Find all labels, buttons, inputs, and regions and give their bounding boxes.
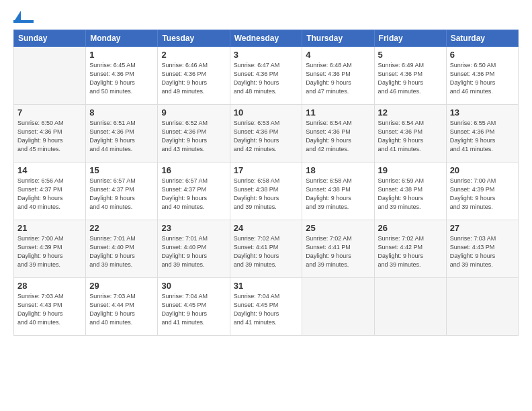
day-number: 3 xyxy=(234,50,299,60)
day-info: Sunrise: 6:55 AMSunset: 4:36 PMDaylight:… xyxy=(450,119,515,154)
day-info: Sunrise: 6:47 AMSunset: 4:36 PMDaylight:… xyxy=(234,61,299,96)
calendar-cell: 29Sunrise: 7:03 AMSunset: 4:44 PMDayligh… xyxy=(86,278,158,336)
calendar-table: SundayMondayTuesdayWednesdayThursdayFrid… xyxy=(13,30,519,336)
day-info: Sunrise: 6:50 AMSunset: 4:36 PMDaylight:… xyxy=(17,119,82,154)
day-number: 18 xyxy=(306,165,370,175)
day-number: 23 xyxy=(161,223,226,233)
day-info: Sunrise: 7:02 AMSunset: 4:41 PMDaylight:… xyxy=(306,234,370,269)
calendar-cell: 14Sunrise: 6:56 AMSunset: 4:37 PMDayligh… xyxy=(14,163,86,220)
day-info: Sunrise: 6:59 AMSunset: 4:38 PMDaylight:… xyxy=(378,177,443,212)
day-info: Sunrise: 6:46 AMSunset: 4:36 PMDaylight:… xyxy=(161,61,226,96)
weekday-header-sunday: Sunday xyxy=(14,30,86,47)
day-info: Sunrise: 7:00 AMSunset: 4:39 PMDaylight:… xyxy=(17,234,82,269)
day-info: Sunrise: 6:58 AMSunset: 4:38 PMDaylight:… xyxy=(234,177,299,212)
calendar-week-row: 7Sunrise: 6:50 AMSunset: 4:36 PMDaylight… xyxy=(14,105,519,163)
day-number: 30 xyxy=(161,281,226,291)
calendar-cell: 18Sunrise: 6:58 AMSunset: 4:38 PMDayligh… xyxy=(302,163,374,220)
day-number: 28 xyxy=(17,281,82,291)
logo-arrow-icon xyxy=(15,11,21,20)
day-info: Sunrise: 6:57 AMSunset: 4:37 PMDaylight:… xyxy=(89,177,154,212)
day-info: Sunrise: 6:51 AMSunset: 4:36 PMDaylight:… xyxy=(89,119,154,154)
calendar-cell: 8Sunrise: 6:51 AMSunset: 4:36 PMDaylight… xyxy=(86,105,158,163)
day-info: Sunrise: 7:02 AMSunset: 4:41 PMDaylight:… xyxy=(234,234,299,269)
calendar-cell: 10Sunrise: 6:53 AMSunset: 4:36 PMDayligh… xyxy=(230,105,302,163)
calendar-cell: 27Sunrise: 7:03 AMSunset: 4:43 PMDayligh… xyxy=(446,220,518,278)
calendar-cell: 12Sunrise: 6:54 AMSunset: 4:36 PMDayligh… xyxy=(374,105,446,163)
calendar-cell: 3Sunrise: 6:47 AMSunset: 4:36 PMDaylight… xyxy=(230,47,302,105)
day-number: 7 xyxy=(17,107,82,118)
calendar-cell: 23Sunrise: 7:01 AMSunset: 4:40 PMDayligh… xyxy=(158,220,230,278)
calendar-cell: 9Sunrise: 6:52 AMSunset: 4:36 PMDaylight… xyxy=(158,105,230,163)
day-info: Sunrise: 6:48 AMSunset: 4:36 PMDaylight:… xyxy=(306,61,370,96)
calendar-cell: 15Sunrise: 6:57 AMSunset: 4:37 PMDayligh… xyxy=(86,163,158,220)
day-number: 9 xyxy=(161,107,226,118)
day-number: 14 xyxy=(17,165,82,175)
calendar-cell xyxy=(374,278,446,336)
weekday-header-tuesday: Tuesday xyxy=(158,30,230,47)
day-info: Sunrise: 6:49 AMSunset: 4:36 PMDaylight:… xyxy=(378,61,443,96)
day-info: Sunrise: 6:53 AMSunset: 4:36 PMDaylight:… xyxy=(234,119,299,154)
calendar-week-row: 28Sunrise: 7:03 AMSunset: 4:43 PMDayligh… xyxy=(14,278,519,336)
day-number: 29 xyxy=(89,281,154,291)
calendar-cell: 25Sunrise: 7:02 AMSunset: 4:41 PMDayligh… xyxy=(302,220,374,278)
day-number: 25 xyxy=(306,223,370,233)
calendar-cell: 19Sunrise: 6:59 AMSunset: 4:38 PMDayligh… xyxy=(374,163,446,220)
header xyxy=(13,12,519,23)
day-info: Sunrise: 6:50 AMSunset: 4:36 PMDaylight:… xyxy=(450,61,515,96)
day-info: Sunrise: 7:01 AMSunset: 4:40 PMDaylight:… xyxy=(161,234,226,269)
day-info: Sunrise: 6:54 AMSunset: 4:36 PMDaylight:… xyxy=(306,119,370,154)
day-info: Sunrise: 7:03 AMSunset: 4:43 PMDaylight:… xyxy=(17,292,82,327)
day-number: 31 xyxy=(234,281,299,291)
day-number: 2 xyxy=(161,50,226,60)
day-number: 21 xyxy=(17,223,82,233)
day-info: Sunrise: 7:00 AMSunset: 4:39 PMDaylight:… xyxy=(450,177,515,212)
calendar-cell: 22Sunrise: 7:01 AMSunset: 4:40 PMDayligh… xyxy=(86,220,158,278)
calendar-cell: 5Sunrise: 6:49 AMSunset: 4:36 PMDaylight… xyxy=(374,47,446,105)
day-number: 1 xyxy=(89,50,154,60)
weekday-header-monday: Monday xyxy=(86,30,158,47)
day-number: 26 xyxy=(378,223,443,233)
calendar-cell xyxy=(14,47,86,105)
calendar-cell: 7Sunrise: 6:50 AMSunset: 4:36 PMDaylight… xyxy=(14,105,86,163)
day-number: 4 xyxy=(306,50,370,60)
day-number: 6 xyxy=(450,50,515,60)
calendar-cell: 26Sunrise: 7:02 AMSunset: 4:42 PMDayligh… xyxy=(374,220,446,278)
calendar-cell: 11Sunrise: 6:54 AMSunset: 4:36 PMDayligh… xyxy=(302,105,374,163)
day-number: 15 xyxy=(89,165,154,175)
calendar-cell: 2Sunrise: 6:46 AMSunset: 4:36 PMDaylight… xyxy=(158,47,230,105)
calendar-cell: 28Sunrise: 7:03 AMSunset: 4:43 PMDayligh… xyxy=(14,278,86,336)
day-number: 20 xyxy=(450,165,515,175)
calendar-cell: 20Sunrise: 7:00 AMSunset: 4:39 PMDayligh… xyxy=(446,163,518,220)
day-info: Sunrise: 6:45 AMSunset: 4:36 PMDaylight:… xyxy=(89,61,154,96)
calendar-header-row: SundayMondayTuesdayWednesdayThursdayFrid… xyxy=(14,30,519,47)
calendar-cell: 13Sunrise: 6:55 AMSunset: 4:36 PMDayligh… xyxy=(446,105,518,163)
calendar-cell: 1Sunrise: 6:45 AMSunset: 4:36 PMDaylight… xyxy=(86,47,158,105)
calendar-cell: 30Sunrise: 7:04 AMSunset: 4:45 PMDayligh… xyxy=(158,278,230,336)
logo xyxy=(13,12,35,23)
day-number: 13 xyxy=(450,107,515,118)
day-info: Sunrise: 6:52 AMSunset: 4:36 PMDaylight:… xyxy=(161,119,226,154)
calendar-cell: 31Sunrise: 7:04 AMSunset: 4:45 PMDayligh… xyxy=(230,278,302,336)
day-info: Sunrise: 6:56 AMSunset: 4:37 PMDaylight:… xyxy=(17,177,82,212)
day-number: 11 xyxy=(306,107,370,118)
calendar-cell xyxy=(302,278,374,336)
calendar-cell: 21Sunrise: 7:00 AMSunset: 4:39 PMDayligh… xyxy=(14,220,86,278)
day-number: 10 xyxy=(234,107,299,118)
calendar-week-row: 14Sunrise: 6:56 AMSunset: 4:37 PMDayligh… xyxy=(14,163,519,220)
calendar-week-row: 21Sunrise: 7:00 AMSunset: 4:39 PMDayligh… xyxy=(14,220,519,278)
weekday-header-thursday: Thursday xyxy=(302,30,374,47)
calendar-week-row: 1Sunrise: 6:45 AMSunset: 4:36 PMDaylight… xyxy=(14,47,519,105)
day-info: Sunrise: 7:04 AMSunset: 4:45 PMDaylight:… xyxy=(161,292,226,327)
day-number: 24 xyxy=(234,223,299,233)
day-info: Sunrise: 6:57 AMSunset: 4:37 PMDaylight:… xyxy=(161,177,226,212)
day-info: Sunrise: 7:03 AMSunset: 4:44 PMDaylight:… xyxy=(89,292,154,327)
day-info: Sunrise: 7:02 AMSunset: 4:42 PMDaylight:… xyxy=(378,234,443,269)
day-info: Sunrise: 7:01 AMSunset: 4:40 PMDaylight:… xyxy=(89,234,154,269)
weekday-header-wednesday: Wednesday xyxy=(230,30,302,47)
page: SundayMondayTuesdayWednesdayThursdayFrid… xyxy=(0,0,532,411)
day-number: 17 xyxy=(234,165,299,175)
day-number: 19 xyxy=(378,165,443,175)
day-info: Sunrise: 6:58 AMSunset: 4:38 PMDaylight:… xyxy=(306,177,370,212)
calendar-cell: 17Sunrise: 6:58 AMSunset: 4:38 PMDayligh… xyxy=(230,163,302,220)
day-number: 27 xyxy=(450,223,515,233)
